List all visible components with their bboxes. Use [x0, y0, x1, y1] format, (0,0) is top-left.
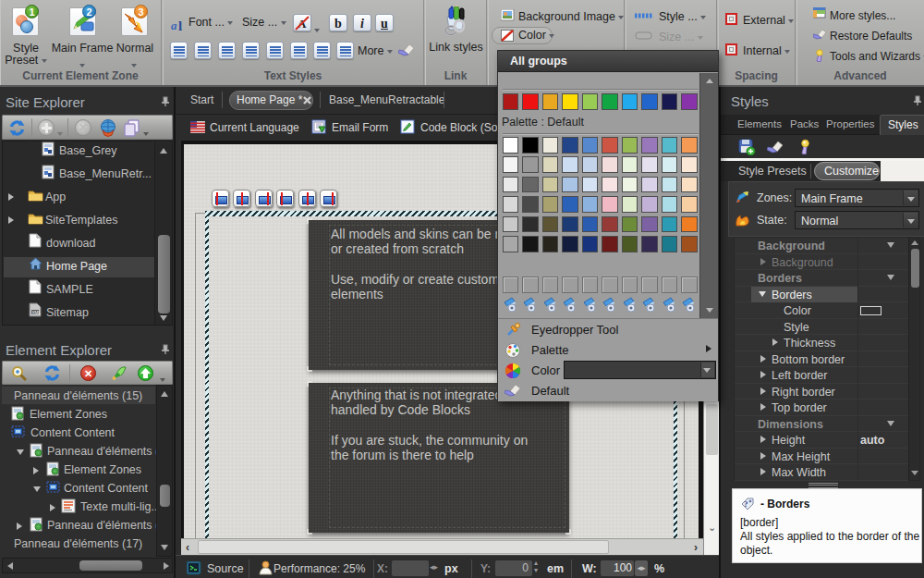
svg-text:XML: XML: [32, 311, 42, 315]
svg-text:l: l: [178, 18, 182, 31]
svg-text:a: a: [171, 18, 177, 31]
svg-text:?: ?: [744, 499, 748, 509]
